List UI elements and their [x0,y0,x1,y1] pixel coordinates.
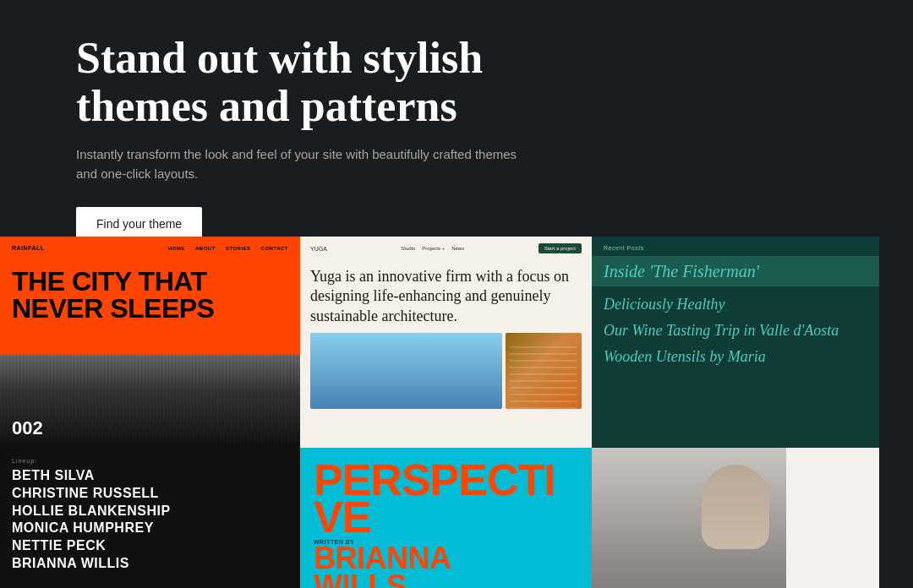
lineup-label: Lineup: [0,448,300,467]
hero-title: Stand out with stylish themes and patter… [76,34,533,130]
yuga-cta-btn[interactable]: Start a project [539,243,582,253]
card-rainfall[interactable]: RAINFALL HOME ABOUT STORIES CONTACT THE … [0,237,300,448]
card-portrait[interactable] [592,448,879,588]
yuga-description: Yuga is an innovative firm with a focus … [300,260,592,333]
card-event[interactable]: Lineup: BETH SILVA CHRISTINE RUSSELL HOL… [0,448,300,588]
themes-grid: RAINFALL HOME ABOUT STORIES CONTACT THE … [0,237,913,588]
yuga-image-right [506,333,582,409]
rainfall-brand: RAINFALL [12,245,45,251]
yuga-nav-links: Studio Projects + News [401,246,464,251]
card-blog[interactable]: Recent Posts Inside 'The Fisherman' Deli… [592,237,879,448]
nav-home: HOME [168,246,185,251]
nav-stories: STORIES [226,246,251,251]
nav-about: ABOUT [195,246,216,251]
card-perspective[interactable]: PERSPECTI VE WRITTEN BY BRIANNA WILLS PH… [300,448,592,588]
hero-subtitle: Instantly transform the look and feel of… [76,145,533,183]
lineup-name-1: BETH SILVA [12,467,288,485]
blog-post-4: Wooden Utensils by Maria [604,344,867,370]
rainfall-navbar: RAINFALL HOME ABOUT STORIES CONTACT [0,237,300,259]
yuga-image-left [310,333,502,409]
blog-post-2: Deliciously Healthy [604,291,867,318]
blog-post-1: Inside 'The Fisherman' [604,261,867,281]
lineup-name-2: CHRISTINE RUSSELL [12,485,288,503]
lineup-name-5: NETTIE PECK [12,537,288,555]
card-yuga[interactable]: YUGA Studio Projects + News Start a proj… [300,237,592,448]
headline-line2: NEVER SLEEPS [12,295,288,322]
portrait-white-panel [786,448,879,588]
yuga-news: News [451,246,464,251]
recent-posts-label: Recent Posts [592,237,879,256]
rainfall-nav-links: HOME ABOUT STORIES CONTACT [168,246,288,251]
yuga-navbar: YUGA Studio Projects + News Start a proj… [300,237,592,260]
blog-post-3: Our Wine Tasting Trip in Valle d'Aosta [604,318,867,344]
rainfall-number: 002 [12,417,43,439]
yuga-projects: Projects + [422,246,445,251]
portrait-image [592,448,879,588]
perspective-content: PERSPECTI VE WRITTEN BY BRIANNA WILLS PH… [300,448,592,588]
lineup-name-6: BRIANNA WILLIS [12,555,288,573]
rainfall-headline: THE CITY THAT NEVER SLEEPS [0,259,300,322]
blog-highlighted-post: Inside 'The Fisherman' [592,256,879,286]
yuga-brand: YUGA [310,246,327,252]
lineup-name-3: HOLLIE BLANKENSHIP [12,503,288,520]
blog-posts-list: Deliciously Healthy Our Wine Tasting Tri… [592,288,879,373]
hero-section: Stand out with stylish themes and patter… [0,0,609,266]
yuga-studio: Studio [401,246,415,251]
yuga-images [300,333,592,409]
rainfall-image: 002 [0,355,300,448]
nav-contact: CONTACT [261,246,288,251]
lineup-names: BETH SILVA CHRISTINE RUSSELL HOLLIE BLAN… [0,467,300,573]
headline-line1: THE CITY THAT [12,268,288,295]
lineup-name-4: MONICA HUMPHREY [12,520,288,537]
perspective-author: BRIANNA WILLS [314,545,578,588]
perspective-title-line2: VE [314,498,578,536]
